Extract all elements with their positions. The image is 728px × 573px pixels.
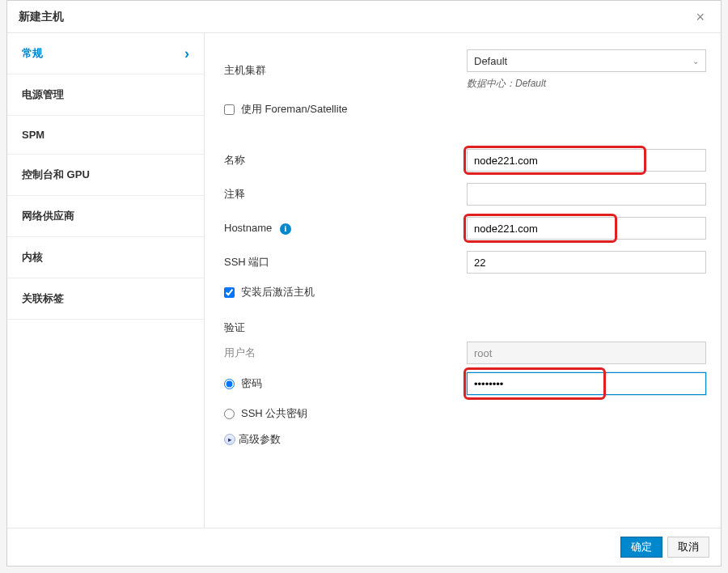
checkbox-activate[interactable]: [224, 287, 235, 298]
row-use-foreman: 使用 Foreman/Satellite: [224, 102, 706, 117]
row-ssh-key: SSH 公共密钥: [224, 406, 706, 421]
cancel-button[interactable]: 取消: [667, 537, 709, 558]
input-ssh-port[interactable]: [467, 251, 706, 274]
dialog-body: 常规 › 电源管理 SPM 控制台和 GPU 网络供应商 内核 关联标签: [7, 33, 721, 528]
label-host-cluster: 主机集群: [224, 63, 467, 78]
caret-down-icon: ⌄: [692, 57, 699, 66]
label-ssh-key-radio: SSH 公共密钥: [241, 406, 307, 421]
sidebar-item-power[interactable]: 电源管理: [7, 74, 204, 116]
chevron-right-icon: ›: [184, 46, 189, 61]
sidebar-nav: 常规 › 电源管理 SPM 控制台和 GPU 网络供应商 内核 关联标签: [7, 33, 205, 528]
label-advanced: 高级参数: [239, 432, 281, 447]
row-hostname: Hostname i: [224, 217, 706, 240]
dialog-footer: 确定 取消: [7, 528, 721, 566]
sidebar-item-label: 内核: [22, 250, 43, 265]
sidebar-item-label: SPM: [22, 129, 44, 141]
radio-ssh-key[interactable]: [224, 409, 235, 419]
sidebar-item-spm[interactable]: SPM: [7, 116, 204, 155]
expand-icon: ▸: [224, 434, 235, 445]
label-hostname-text: Hostname: [224, 222, 272, 234]
info-icon[interactable]: i: [280, 223, 291, 235]
sidebar-item-network-provider[interactable]: 网络供应商: [7, 196, 204, 237]
input-password[interactable]: [467, 372, 706, 395]
sidebar-item-general[interactable]: 常规 ›: [7, 33, 204, 74]
select-host-cluster[interactable]: Default ⌄: [467, 49, 706, 72]
row-activate: 安装后激活主机: [224, 285, 706, 299]
row-username: 用户名: [224, 342, 706, 364]
hint-datacenter: 数据中心：Default: [467, 77, 706, 91]
row-password: 密码: [224, 372, 706, 395]
ok-button[interactable]: 确定: [620, 537, 662, 558]
new-host-dialog: 新建主机 × 常规 › 电源管理 SPM 控制台和 GPU 网络供应商 内核: [6, 0, 722, 567]
label-ssh-port: SSH 端口: [224, 255, 467, 270]
close-icon[interactable]: ×: [691, 8, 709, 26]
checkbox-use-foreman[interactable]: [224, 104, 235, 115]
sidebar-item-label: 关联标签: [22, 291, 64, 306]
sidebar-item-affinity-labels[interactable]: 关联标签: [7, 278, 204, 320]
sidebar-item-label: 控制台和 GPU: [22, 168, 90, 182]
sidebar-item-label: 网络供应商: [22, 209, 74, 223]
label-use-foreman: 使用 Foreman/Satellite: [241, 102, 348, 117]
row-host-cluster: 主机集群 Default ⌄ 数据中心：Default: [224, 49, 706, 91]
row-name: 名称: [224, 149, 706, 172]
sidebar-item-kernel[interactable]: 内核: [7, 237, 204, 278]
label-name: 名称: [224, 153, 467, 168]
label-username: 用户名: [224, 346, 467, 360]
label-activate: 安装后激活主机: [241, 285, 315, 299]
input-hostname[interactable]: [467, 217, 706, 240]
dialog-header: 新建主机 ×: [7, 1, 721, 33]
row-ssh-port: SSH 端口: [224, 251, 706, 274]
sidebar-item-label: 电源管理: [22, 87, 64, 102]
label-comment: 注释: [224, 187, 467, 202]
input-username: [467, 342, 706, 364]
row-comment: 注释: [224, 183, 706, 206]
input-name[interactable]: [467, 149, 706, 172]
input-comment[interactable]: [467, 183, 706, 206]
sidebar-item-label: 常规: [22, 46, 43, 61]
label-hostname: Hostname i: [224, 222, 467, 235]
dialog-title: 新建主机: [19, 10, 64, 24]
row-advanced[interactable]: ▸ 高级参数: [224, 432, 706, 447]
label-password-radio: 密码: [241, 376, 262, 391]
radio-password[interactable]: [224, 379, 235, 389]
select-value: Default: [474, 55, 507, 67]
section-auth: 验证: [224, 320, 706, 335]
sidebar-item-console-gpu[interactable]: 控制台和 GPU: [7, 155, 204, 196]
form-content: 主机集群 Default ⌄ 数据中心：Default 使用 Foreman/S…: [205, 33, 721, 528]
